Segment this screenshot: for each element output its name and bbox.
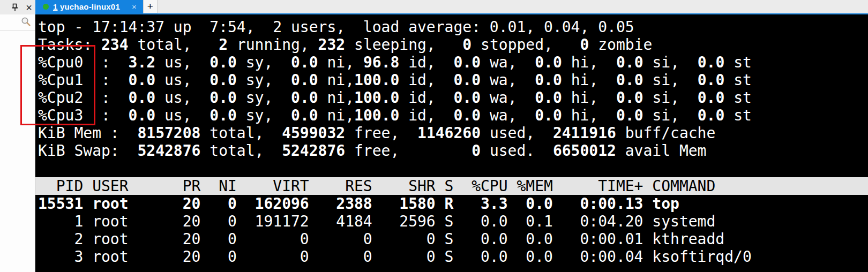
terminal-line: %Cpu3 : 0.0 us, 0.0 sy, 0.0 ni,100.0 id,… (38, 107, 868, 124)
terminal-line: KiB Swap: 5242876 total, 5242876 free, 0… (38, 142, 868, 160)
terminal-line (38, 160, 868, 177)
panel-controls: × (0, 0, 35, 14)
sidebar (0, 14, 35, 272)
tab-strip: 1 yuchao-linux01 × + (35, 0, 868, 14)
terminal-line: %Cpu0 : 3.2 us, 0.0 sy, 0.0 ni, 96.8 id,… (38, 54, 868, 71)
terminal-line: %Cpu2 : 0.0 us, 0.0 sy, 0.0 ni,100.0 id,… (38, 89, 868, 107)
terminal-line: 1 root 20 0 191172 4184 2596 S 0.0 0.1 0… (38, 213, 868, 230)
connection-status-icon (43, 4, 49, 10)
tab-close-icon[interactable]: × (132, 2, 137, 11)
terminal-line: 15531 root 20 0 162096 2388 1580 R 3.3 0… (38, 195, 868, 213)
terminal-line: top - 17:14:37 up 7:54, 2 users, load av… (38, 18, 868, 36)
terminal-line: %Cpu1 : 0.0 us, 0.0 sy, 0.0 ni,100.0 id,… (38, 71, 868, 89)
search-icon[interactable] (21, 17, 31, 29)
process-table-header: PID USER PR NI VIRT RES SHR S %CPU %MEM … (35, 177, 868, 195)
new-tab-button[interactable]: + (143, 0, 158, 13)
tab-label: 1 yuchao-linux01 (53, 2, 120, 11)
terminal-screen[interactable]: top - 17:14:37 up 7:54, 2 users, load av… (35, 14, 868, 272)
terminal-line: 3 root 20 0 0 0 0 S 0.0 0.0 0:00.04 ksof… (38, 248, 868, 266)
panel-close-icon[interactable]: × (24, 2, 34, 13)
main-area: top - 17:14:37 up 7:54, 2 users, load av… (0, 14, 868, 272)
session-tab[interactable]: 1 yuchao-linux01 × (35, 0, 143, 13)
sidebar-header (0, 14, 35, 31)
tab-bar: × 1 yuchao-linux01 × + (0, 0, 868, 14)
app-window: × 1 yuchao-linux01 × + top - 17 (0, 0, 868, 272)
pin-icon[interactable] (10, 2, 20, 13)
terminal-line: Tasks: 234 total, 2 running, 232 sleepin… (38, 36, 868, 54)
terminal-line: 2 root 20 0 0 0 0 S 0.0 0.0 0:00.01 kthr… (38, 230, 868, 248)
terminal-line: KiB Mem : 8157208 total, 4599032 free, 1… (38, 124, 868, 142)
